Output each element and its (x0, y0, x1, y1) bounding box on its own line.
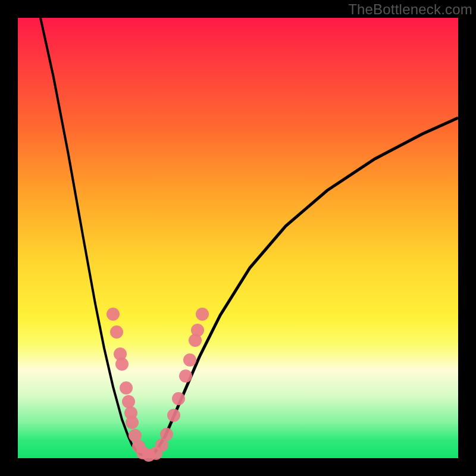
marker-dot (122, 395, 135, 408)
marker-dot (110, 325, 123, 339)
marker-dot (191, 324, 204, 337)
chart-overlay (18, 18, 458, 458)
marker-dot (115, 358, 129, 371)
marker-dot (167, 409, 180, 422)
marker-dot (183, 353, 196, 367)
curve-right (152, 118, 458, 456)
watermark-text: TheBottleneck.com (348, 1, 472, 18)
marker-dot (160, 428, 173, 441)
marker-dot (126, 416, 139, 429)
highlight-markers (107, 308, 209, 462)
marker-dot (172, 392, 185, 405)
marker-dot (196, 308, 209, 321)
marker-dot (107, 308, 120, 321)
marker-dot (120, 381, 133, 394)
marker-dot (179, 369, 192, 383)
